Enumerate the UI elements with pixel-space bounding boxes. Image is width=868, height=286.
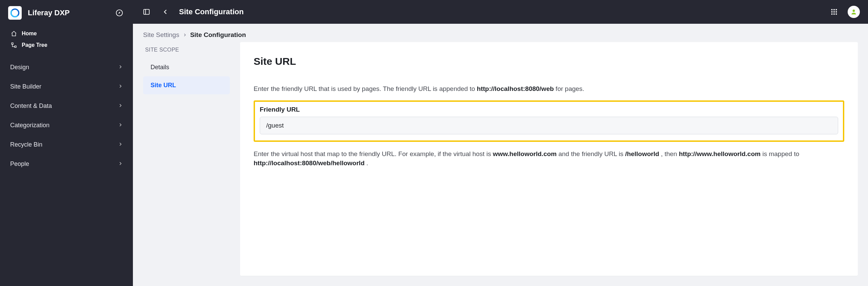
- chevron-right-icon: [118, 141, 123, 148]
- svg-rect-4: [12, 43, 13, 44]
- friendly-url-highlight: Friendly URL: [254, 100, 844, 142]
- sidebar-quick-links: Home Page Tree: [0, 23, 133, 54]
- sidebar-item-content-data[interactable]: Content & Data: [0, 96, 133, 116]
- chevron-right-icon: [118, 102, 123, 110]
- main: Site Configuration Site Settings Site Co…: [133, 0, 868, 286]
- sidebar-item-label: People: [10, 160, 29, 168]
- help-text-segment: Enter the virtual host that map to the f…: [254, 150, 493, 157]
- grid-icon: [830, 8, 838, 16]
- sidebar-item-people[interactable]: People: [0, 154, 133, 174]
- user-icon: [850, 8, 857, 15]
- sidebar-item-categorization[interactable]: Categorization: [0, 116, 133, 135]
- breadcrumb: Site Settings Site Configuration: [133, 24, 868, 42]
- friendly-url-help: Enter the friendly URL that is used by p…: [254, 84, 844, 94]
- help-text-bold: http://localhost:8080/web/helloworld: [254, 159, 364, 167]
- card-title: Site URL: [254, 56, 844, 67]
- help-text-bold: http://localhost:8080/web: [477, 85, 554, 92]
- friendly-url-input[interactable]: [260, 117, 838, 134]
- help-text-bold: www.helloworld.com: [493, 150, 556, 157]
- home-icon: [11, 31, 17, 37]
- svg-rect-6: [144, 9, 150, 15]
- sidebar-quick-page-tree[interactable]: Page Tree: [9, 39, 124, 51]
- chevron-right-icon: [183, 31, 187, 39]
- help-text-segment: Enter the friendly URL that is used by p…: [254, 85, 477, 92]
- svg-rect-16: [836, 14, 837, 15]
- sidebar-item-design[interactable]: Design: [0, 58, 133, 77]
- subnav-heading: SITE SCOPE: [143, 42, 230, 58]
- svg-rect-14: [831, 14, 833, 15]
- panel-icon: [143, 8, 150, 16]
- panel-toggle-button[interactable]: [141, 6, 152, 17]
- chevron-right-icon: [118, 160, 123, 168]
- topbar: Site Configuration: [133, 0, 868, 24]
- svg-rect-12: [833, 11, 835, 13]
- sidebar-header: Liferay DXP: [0, 0, 133, 23]
- svg-rect-11: [831, 11, 833, 13]
- svg-marker-3: [118, 12, 120, 14]
- virtual-host-help: Enter the virtual host that map to the f…: [254, 149, 844, 168]
- brand-title: Liferay DXP: [28, 8, 114, 17]
- chevron-right-icon: [118, 64, 123, 71]
- brand-logo[interactable]: [8, 6, 22, 20]
- sidebar: Liferay DXP Home: [0, 0, 133, 286]
- sidebar-item-label: Content & Data: [10, 102, 52, 110]
- help-text-bold: http://www.helloworld.com: [679, 150, 761, 157]
- subnav-item-label: Site URL: [151, 82, 176, 89]
- breadcrumb-current: Site Configuration: [190, 31, 246, 39]
- sidebar-quick-label: Home: [22, 31, 37, 37]
- svg-rect-9: [833, 9, 835, 11]
- sidebar-item-label: Recycle Bin: [10, 141, 42, 148]
- subnav-item-site-url[interactable]: Site URL: [143, 76, 230, 94]
- subnav-item-label: Details: [151, 64, 169, 71]
- sidebar-item-recycle-bin[interactable]: Recycle Bin: [0, 135, 133, 154]
- compass-icon: [116, 9, 123, 17]
- chevron-right-icon: [118, 83, 123, 90]
- liferay-icon: [10, 8, 20, 18]
- apps-grid-button[interactable]: [829, 6, 840, 17]
- compass-button[interactable]: [114, 7, 125, 18]
- svg-rect-10: [836, 9, 837, 11]
- svg-rect-15: [833, 14, 835, 15]
- sidebar-nav: Design Site Builder Content & Data Categ…: [0, 58, 133, 174]
- body-row: SITE SCOPE Details Site URL Site URL Ent…: [133, 42, 868, 286]
- chevron-right-icon: [118, 122, 123, 129]
- sidebar-quick-label: Page Tree: [22, 42, 47, 48]
- help-text-segment: and the friendly URL is: [558, 150, 625, 157]
- help-text-segment: is mapped to: [762, 150, 799, 157]
- help-text-segment: for pages.: [556, 85, 585, 92]
- topbar-title: Site Configuration: [179, 7, 821, 16]
- subnav-item-details[interactable]: Details: [143, 58, 230, 76]
- content: Site Settings Site Configuration SITE SC…: [133, 24, 868, 286]
- sidebar-item-site-builder[interactable]: Site Builder: [0, 77, 133, 96]
- chevron-left-icon: [162, 8, 169, 15]
- settings-card: Site URL Enter the friendly URL that is …: [240, 42, 858, 276]
- help-text-bold: /helloworld: [625, 150, 659, 157]
- sidebar-item-label: Design: [10, 64, 29, 71]
- user-avatar-button[interactable]: [848, 6, 860, 18]
- back-button[interactable]: [160, 6, 171, 17]
- svg-rect-8: [831, 9, 833, 11]
- sidebar-item-label: Categorization: [10, 122, 50, 129]
- sidebar-item-label: Site Builder: [10, 83, 41, 90]
- page-tree-icon: [11, 42, 17, 48]
- help-text-segment: .: [367, 159, 368, 167]
- help-text-segment: , then: [661, 150, 679, 157]
- subnav: SITE SCOPE Details Site URL: [143, 42, 230, 276]
- friendly-url-label: Friendly URL: [260, 106, 838, 113]
- breadcrumb-parent[interactable]: Site Settings: [143, 31, 179, 39]
- svg-rect-5: [15, 46, 16, 47]
- sidebar-quick-home[interactable]: Home: [9, 28, 124, 39]
- svg-point-17: [853, 9, 855, 12]
- svg-rect-13: [836, 11, 837, 13]
